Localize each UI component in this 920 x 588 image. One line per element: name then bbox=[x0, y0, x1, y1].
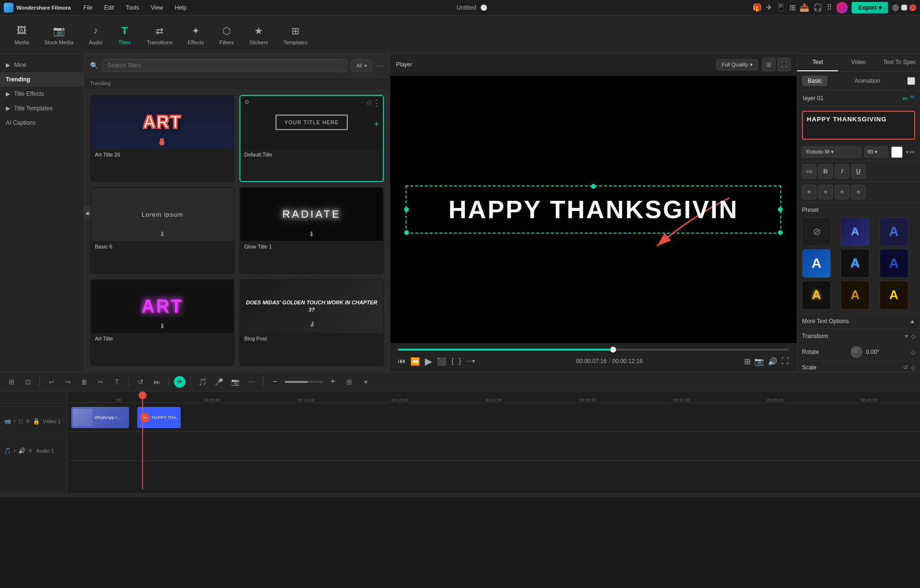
color-box[interactable] bbox=[891, 146, 903, 158]
tl-layout-button[interactable]: ⊞ bbox=[342, 375, 356, 389]
search-input[interactable] bbox=[102, 59, 347, 72]
snapshot-button[interactable]: 📷 bbox=[754, 357, 764, 366]
handle-bottom-left[interactable] bbox=[404, 230, 409, 235]
section-title-effects[interactable]: ▶ Title Effects bbox=[0, 87, 84, 101]
tl-undo-button[interactable]: ↩ bbox=[45, 375, 58, 389]
menu-file[interactable]: File bbox=[79, 2, 97, 13]
video-eye-icon[interactable]: 👁 bbox=[25, 418, 31, 425]
align-right-button[interactable]: ≡ bbox=[835, 185, 849, 199]
horizontal-scrollbar[interactable] bbox=[0, 493, 920, 497]
font-size-selector[interactable]: 80 ▾ bbox=[864, 146, 888, 157]
tool-templates[interactable]: ⊞ Templates bbox=[277, 21, 315, 48]
scale-keyframe-icon[interactable]: ◇ bbox=[911, 364, 915, 371]
play-button[interactable]: ▶ bbox=[425, 355, 432, 367]
volume-button[interactable]: 🔊 bbox=[768, 357, 777, 366]
tl-camera-button[interactable]: 📷 bbox=[228, 375, 242, 389]
zoom-slider[interactable] bbox=[285, 381, 323, 383]
copy-frame-button[interactable]: ⊞ bbox=[744, 357, 750, 366]
export-button[interactable]: Export ▾ bbox=[852, 2, 888, 13]
scale-reset-icon[interactable]: ↺ bbox=[903, 364, 908, 371]
preset-dark-blue[interactable]: A bbox=[880, 249, 908, 278]
menu-view[interactable]: View bbox=[146, 2, 168, 13]
more-options-button[interactable]: ⋯ bbox=[376, 61, 384, 70]
preset-blue3[interactable]: A bbox=[841, 249, 869, 278]
close-button[interactable]: ✕ bbox=[909, 4, 916, 11]
audio-add-icon[interactable]: + bbox=[13, 447, 16, 454]
tl-text-button[interactable]: T bbox=[110, 375, 124, 389]
transform-row[interactable]: Transform ▾ ◇ bbox=[797, 328, 920, 343]
tl-options-button[interactable]: ▾ bbox=[359, 375, 372, 389]
user-avatar[interactable] bbox=[836, 2, 848, 13]
fullscreen-button[interactable]: ⛶ bbox=[777, 58, 791, 71]
grid-view-button[interactable]: ⊞ bbox=[762, 58, 775, 71]
video-split-icon[interactable]: ⊡ bbox=[18, 418, 23, 425]
preset-blue2[interactable]: A bbox=[802, 249, 831, 278]
text-clip[interactable]: ✂ HAPPY THA... bbox=[137, 407, 181, 428]
tl-minus-btn[interactable]: − bbox=[268, 375, 282, 389]
tool-titles[interactable]: T Titles bbox=[111, 21, 138, 48]
default-add-icon[interactable]: + bbox=[374, 119, 379, 130]
preset-none[interactable]: ⊘ bbox=[802, 217, 831, 246]
text-content-input[interactable]: HAPPY THANKSGIVING bbox=[802, 111, 915, 140]
headphone-icon[interactable]: 🎧 bbox=[813, 3, 823, 12]
align-center-format-button[interactable]: ≡≡ bbox=[802, 164, 816, 179]
title-card-basic6[interactable]: Lorem ipsum ⬇ Basic 6 bbox=[90, 187, 235, 274]
tool-transitions[interactable]: ⇄ Transitions bbox=[140, 21, 179, 48]
handle-right[interactable] bbox=[778, 207, 783, 212]
step-back-button[interactable]: ⏪ bbox=[410, 357, 420, 366]
tl-forward-button[interactable]: ⏭ bbox=[150, 375, 164, 389]
subtab-basic[interactable]: Basic bbox=[802, 76, 828, 86]
subtab-animation[interactable]: Animation bbox=[849, 76, 886, 86]
import-icon[interactable]: 📥 bbox=[800, 3, 809, 12]
tab-video[interactable]: Video bbox=[838, 54, 879, 71]
tl-redo-button[interactable]: ↪ bbox=[61, 375, 75, 389]
audio-eye-icon[interactable]: 👁 bbox=[27, 447, 33, 454]
quality-selector[interactable]: Full Quality ▾ bbox=[716, 59, 758, 70]
underline-button[interactable]: U bbox=[851, 164, 866, 179]
progress-bar[interactable] bbox=[398, 349, 789, 351]
color-picker-icon[interactable]: ✏ bbox=[909, 148, 915, 156]
audio-vol-icon[interactable]: 🔊 bbox=[18, 447, 26, 454]
handle-left[interactable] bbox=[404, 207, 409, 212]
rotate-keyframe-icon[interactable]: ◇ bbox=[911, 349, 915, 355]
section-mine[interactable]: ▶ Mine bbox=[0, 58, 84, 72]
section-title-templates[interactable]: ▶ Title Templates bbox=[0, 101, 84, 116]
preset-blue-block[interactable]: A bbox=[880, 217, 908, 246]
menu-tools[interactable]: Tools bbox=[121, 2, 144, 13]
default-star-icon[interactable]: ☆ bbox=[366, 98, 372, 107]
transform-keyframe-icon[interactable]: ◇ bbox=[911, 333, 915, 340]
align-center-button[interactable]: ≡ bbox=[818, 185, 833, 199]
mark-in-button[interactable]: { bbox=[451, 357, 454, 366]
more-controls-button[interactable]: ⋯▾ bbox=[466, 358, 475, 365]
tab-text-to-speech[interactable]: Text To Spec bbox=[879, 54, 920, 71]
collapse-panel-button[interactable]: ◀ bbox=[84, 206, 91, 220]
tl-undo2-button[interactable]: ↺ bbox=[134, 375, 147, 389]
preset-gold[interactable]: A bbox=[802, 281, 831, 310]
tl-mic-button[interactable]: 🎤 bbox=[212, 375, 225, 389]
default-more-icon[interactable]: ⋮ bbox=[372, 98, 381, 108]
title-card-art26[interactable]: ART ⬇ Art Title 26 bbox=[90, 95, 235, 182]
share-icon[interactable]: ✈ bbox=[766, 3, 772, 12]
rotate-dial[interactable] bbox=[851, 346, 862, 358]
section-ai-captions[interactable]: AI Captions bbox=[0, 116, 84, 130]
bold-button[interactable]: B bbox=[818, 164, 833, 179]
video-clip[interactable]: WhatsApp I... bbox=[71, 407, 129, 428]
handle-top[interactable] bbox=[591, 184, 596, 189]
tl-delete-button[interactable]: 🗑 bbox=[78, 375, 91, 389]
gift-icon[interactable]: 🎁 bbox=[752, 3, 762, 12]
title-card-blog[interactable]: DOES MIDAS' GOLDEN TOUCH WORK IN CHAPTER… bbox=[239, 279, 384, 366]
tl-audio-btn[interactable]: 🎵 bbox=[196, 375, 209, 389]
apps-icon[interactable]: ⠿ bbox=[827, 3, 832, 12]
video-track-area[interactable]: WhatsApp I... ✂ HAPPY THA... bbox=[67, 403, 920, 432]
tab-text[interactable]: Text bbox=[797, 54, 838, 71]
tool-effects[interactable]: ✦ Effects bbox=[181, 21, 210, 48]
filter-button[interactable]: All ▾ bbox=[351, 60, 372, 72]
layout-icon[interactable]: ⊞ bbox=[789, 3, 796, 12]
title-card-glow1[interactable]: RADIATE ⬇ Glow Title 1 bbox=[239, 187, 384, 274]
tl-plus-btn[interactable]: + bbox=[326, 375, 340, 389]
playhead[interactable] bbox=[142, 392, 143, 489]
align-justify-button[interactable]: ≡ bbox=[851, 185, 866, 199]
tl-group-button[interactable]: ⊡ bbox=[21, 375, 35, 389]
fullscreen-player-button[interactable]: ⛶ bbox=[781, 357, 789, 366]
tool-audio[interactable]: ♪ Audio bbox=[82, 21, 109, 48]
